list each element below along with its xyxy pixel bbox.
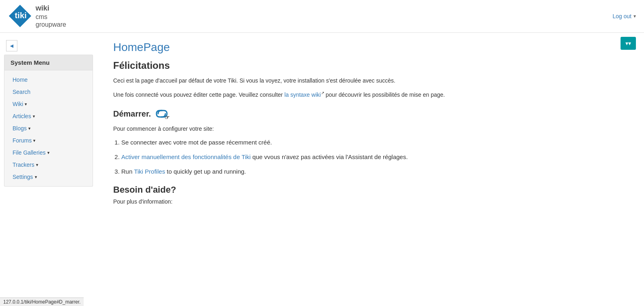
- list-item-3-after: to quickly get up and running.: [165, 168, 246, 175]
- svg-text:tiki: tiki: [15, 11, 27, 20]
- intro-text-2: Une fois connecté vous pouvez éditer cet…: [113, 90, 628, 99]
- chain-link-icon: ☞: [154, 107, 169, 120]
- logout-button[interactable]: Log out ▾: [612, 13, 636, 19]
- list-item-2: Activer manuellement des fonctionnalités…: [121, 152, 628, 162]
- system-menu: System Menu HomeSearchWiki▾Articles▾Blog…: [4, 55, 93, 187]
- sidebar-collapse-button[interactable]: ◄: [6, 40, 17, 51]
- intro-text-1: Ceci est la page d'accueil par défaut de…: [113, 76, 628, 85]
- logout-dropdown-arrow: ▾: [633, 13, 636, 19]
- section2-title: Démarrer. ☞: [113, 107, 628, 120]
- system-menu-title: System Menu: [4, 55, 93, 70]
- demarrer-label: Démarrer.: [113, 109, 151, 119]
- system-menu-items: HomeSearchWiki▾Articles▾Blogs▾Forums▾Fil…: [4, 70, 93, 186]
- list-item-2-text: que vvous n'avez pas activées via l'Assi…: [251, 153, 408, 160]
- header: tiki ® wiki cms groupware Log out ▾: [0, 0, 644, 33]
- syntaxe-wiki-link[interactable]: la syntaxe wiki: [284, 91, 321, 98]
- logout-label: Log out: [612, 13, 631, 19]
- menu-arrow-icon: ▾: [36, 162, 38, 168]
- menu-arrow-icon: ▾: [25, 102, 27, 107]
- list-item-3: Run Tiki Profiles to quickly get up and …: [121, 167, 628, 176]
- sidebar-item-file-galleries[interactable]: File Galleries▾: [4, 147, 93, 159]
- layout: ◄ System Menu HomeSearchWiki▾Articles▾Bl…: [0, 33, 644, 298]
- menu-arrow-icon: ▾: [28, 126, 31, 131]
- section3-title: Besoin d'aide?: [113, 185, 628, 195]
- list-item-3-before: Run: [121, 168, 134, 175]
- menu-item-label: Articles: [13, 113, 31, 119]
- sidebar-item-home[interactable]: Home: [4, 74, 93, 86]
- menu-arrow-icon: ▾: [47, 150, 50, 155]
- intro2-after: pour découvrir les possibilités de mise …: [324, 91, 445, 98]
- menu-arrow-icon: ▾: [33, 138, 36, 143]
- svg-text:☞: ☞: [165, 114, 169, 120]
- menu-item-label: File Galleries: [13, 149, 46, 156]
- section1-title: Félicitations: [113, 60, 628, 71]
- section2-para: Pour commencer à configurer votre site:: [113, 124, 628, 133]
- page-title: HomePage: [113, 41, 628, 54]
- menu-item-label: Trackers: [13, 162, 34, 168]
- svg-text:®: ®: [26, 8, 29, 12]
- sidebar-item-blogs[interactable]: Blogs▾: [4, 122, 93, 134]
- external-link-icon: ↗: [321, 91, 324, 95]
- logo-text: wiki cms groupware: [36, 4, 66, 28]
- sidebar-item-settings[interactable]: Settings▾: [4, 171, 93, 183]
- main-content: ▾▾ HomePage Félicitations Ceci est la pa…: [97, 33, 644, 298]
- float-action-button[interactable]: ▾▾: [621, 37, 636, 50]
- logo-groupware: groupware: [36, 21, 66, 28]
- tiki-profiles-link[interactable]: Tiki Profiles: [134, 168, 165, 175]
- menu-arrow-icon: ▾: [33, 114, 35, 119]
- status-bar: 127.0.0.1/tiki/HomePage#D_marrer.: [0, 298, 84, 298]
- list-item-1: Se connecter avec votre mot de passe réc…: [121, 138, 628, 147]
- sidebar-item-search[interactable]: Search: [4, 86, 93, 98]
- menu-item-label: Wiki: [13, 101, 23, 107]
- sidebar: ◄ System Menu HomeSearchWiki▾Articles▾Bl…: [0, 33, 97, 298]
- tiki-logo-icon: tiki ®: [8, 4, 32, 28]
- sidebar-item-articles[interactable]: Articles▾: [4, 110, 93, 122]
- list-item-1-text: Se connecter avec votre mot de passe réc…: [121, 139, 272, 146]
- sidebar-item-wiki[interactable]: Wiki▾: [4, 98, 93, 110]
- menu-item-label: Blogs: [13, 125, 27, 132]
- section3-para: Pour plus d'information:: [113, 198, 628, 205]
- menu-item-label: Forums: [13, 137, 32, 144]
- intro2-before: Une fois connecté vous pouvez éditer cet…: [113, 91, 284, 98]
- menu-arrow-icon: ▾: [35, 174, 37, 180]
- logo-wiki: wiki: [36, 4, 66, 13]
- logo-area: tiki ® wiki cms groupware: [8, 4, 66, 28]
- menu-item-label: Home: [13, 76, 27, 83]
- menu-item-label: Settings: [13, 174, 33, 180]
- activer-link[interactable]: Activer manuellement des fonctionnalités…: [121, 153, 251, 160]
- menu-item-label: Search: [13, 89, 30, 95]
- steps-list: Se connecter avec votre mot de passe réc…: [121, 138, 628, 176]
- logo-cms: cms: [36, 13, 66, 21]
- sidebar-item-trackers[interactable]: Trackers▾: [4, 159, 93, 171]
- sidebar-item-forums[interactable]: Forums▾: [4, 134, 93, 147]
